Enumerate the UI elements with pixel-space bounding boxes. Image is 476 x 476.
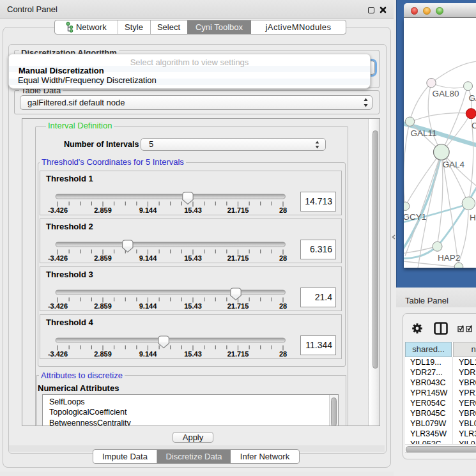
svg-text:H: H xyxy=(470,213,476,222)
svg-text:2.859: 2.859 xyxy=(94,254,112,262)
svg-text:21.715: 21.715 xyxy=(227,350,249,358)
svg-text:15.43: 15.43 xyxy=(184,206,202,214)
svg-text:GAL80: GAL80 xyxy=(433,89,459,98)
svg-text:15.43: 15.43 xyxy=(184,254,202,262)
svg-text:28: 28 xyxy=(279,206,287,214)
svg-text:15.43: 15.43 xyxy=(184,302,202,310)
svg-text:C: C xyxy=(472,121,476,130)
svg-text:-3.426: -3.426 xyxy=(48,254,68,262)
svg-text:GA: GA xyxy=(469,93,476,103)
svg-text:2.859: 2.859 xyxy=(94,350,112,358)
svg-text:9.144: 9.144 xyxy=(139,206,157,214)
svg-text:28: 28 xyxy=(279,254,287,262)
svg-text:21.715: 21.715 xyxy=(227,254,249,262)
svg-text:9.144: 9.144 xyxy=(139,350,157,358)
svg-text:GCY1: GCY1 xyxy=(404,212,426,222)
svg-text:GAL11: GAL11 xyxy=(411,128,437,138)
svg-text:28: 28 xyxy=(279,350,287,358)
svg-text:-3.426: -3.426 xyxy=(48,350,68,358)
svg-text:2.859: 2.859 xyxy=(94,302,112,310)
svg-text:9.144: 9.144 xyxy=(139,254,157,262)
svg-text:28: 28 xyxy=(279,302,287,310)
svg-text:21.715: 21.715 xyxy=(227,206,249,214)
svg-text:2.859: 2.859 xyxy=(94,206,112,214)
svg-text:15.43: 15.43 xyxy=(184,350,202,358)
svg-text:9.144: 9.144 xyxy=(139,302,157,310)
svg-text:-3.426: -3.426 xyxy=(48,206,68,214)
svg-text:21.715: 21.715 xyxy=(227,302,249,310)
svg-text:HAP2: HAP2 xyxy=(438,252,460,262)
svg-text:GAL4: GAL4 xyxy=(443,160,465,169)
svg-text:-3.426: -3.426 xyxy=(48,302,68,310)
